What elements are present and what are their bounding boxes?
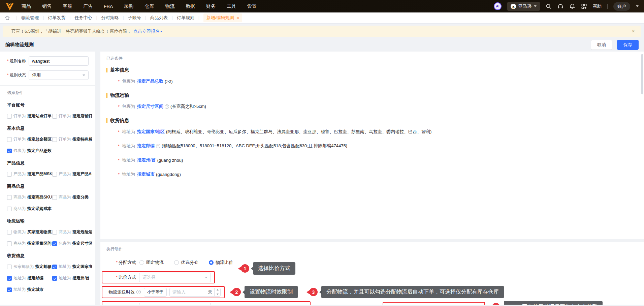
condition-checkbox-item[interactable]: 地址为指定城市 [7,287,52,293]
topnav-item[interactable]: 物流 [165,3,174,9]
condition-link[interactable]: 指定州/首 [137,157,156,163]
checkbox[interactable] [52,172,57,177]
cancel-button[interactable]: 取消 [591,40,612,50]
checkbox[interactable] [7,276,12,281]
rule-status-select[interactable]: 停用 [29,70,89,80]
topnav-item[interactable]: 工具 [227,3,236,9]
checkbox[interactable] [52,276,57,281]
condition-prefix: 包裹为 [122,78,135,84]
announcement-signup-link[interactable]: 点击立即报名~ [133,28,162,34]
ai-assistant-icon[interactable]: AI [494,2,502,10]
checkbox[interactable] [7,195,12,200]
account-chevron-down-icon[interactable] [636,5,639,7]
tab-close-icon[interactable] [236,16,239,20]
checkbox[interactable] [7,114,12,119]
apps-grid-icon[interactable] [581,3,587,9]
checkbox[interactable] [7,287,12,292]
checkbox[interactable] [7,149,12,153]
condition-checkbox-item[interactable]: 包裹为指定产品总数 [7,148,52,154]
help-link[interactable]: 帮助 [593,3,602,9]
auto-order-checkbox[interactable]: 自动物流下单 [216,304,255,305]
checkbox-label: 指定分类 [72,194,89,200]
condition-checkbox-item[interactable]: 商品为指定采购成本 [7,206,52,212]
checkbox[interactable] [52,195,57,200]
condition-checkbox-item[interactable]: 包裹为指定尺寸区间 [52,241,92,246]
condition-checkbox-item[interactable]: 订单为指定站点订单 [7,113,52,119]
checkbox[interactable] [52,265,57,269]
condition-checkbox-item[interactable]: 地址为指定邮编 [7,275,52,281]
home-icon[interactable] [5,15,10,21]
topnav-item[interactable]: 数据 [186,3,195,9]
topnav-item[interactable]: 商品 [22,3,31,9]
notifications-bell-icon[interactable] [569,3,575,9]
condition-link[interactable]: 指定产品总数 [137,78,163,84]
topnav-item[interactable]: 广告 [83,3,93,9]
radio-option[interactable]: 固定物流 [139,259,164,266]
checkbox[interactable] [52,241,57,246]
delivery-time-operator-select[interactable]: 小于等于 [144,288,167,297]
tab-item[interactable]: 商品列表 [150,15,168,21]
save-button[interactable]: 保存 [617,40,639,50]
search-icon[interactable] [546,3,552,9]
stepper-up-button[interactable] [215,288,220,292]
topnav-item[interactable]: 仓库 [144,3,154,9]
tab-item[interactable]: 任务中心 [74,15,92,21]
headset-support-icon[interactable] [557,3,564,9]
checkbox[interactable] [7,241,12,246]
topnav-item[interactable]: 客服 [63,3,72,9]
checkbox[interactable] [7,137,12,142]
topnav-item[interactable]: FBA [104,4,113,9]
condition-link[interactable]: 指定邮编 [137,143,155,149]
price-compare-select[interactable]: 请选择 [139,273,211,282]
checkbox[interactable] [7,265,12,269]
help-icon[interactable] [156,144,160,148]
condition-link[interactable]: 指定国家/地区 [137,129,165,135]
topnav-item[interactable]: 销售 [42,3,52,9]
condition-checkbox-item[interactable]: 商品为指定重量区间 [7,241,52,246]
assign-logistics-select[interactable]: 指定为 [139,303,211,305]
condition-checkbox-item[interactable]: 买家邮箱为指定邮箱 [7,264,52,270]
condition-checkbox-item[interactable]: 物流为买家指定物流 [7,229,52,235]
condition-checkbox-item[interactable]: 产品为指定产品MSKU [7,171,52,177]
checkbox[interactable] [52,230,57,235]
topnav-item[interactable]: 设置 [247,3,257,9]
condition-checkbox-item[interactable]: 订单为指定总金额区间 [7,136,52,142]
checkbox[interactable] [7,207,12,211]
tab-item[interactable]: 分时策略 [101,15,119,21]
radio-option[interactable]: 优选分仓 [174,259,198,266]
help-icon[interactable] [136,290,141,294]
temu-warehouse-binding-link[interactable]: Temu仓库绑定 [417,304,444,305]
account-menu[interactable]: 账户 [613,2,630,11]
tab-item[interactable]: 子账号 [128,15,141,21]
checkbox[interactable] [52,137,57,142]
stock-only-checkbox[interactable]: 仅分配有库存的仓库 [260,304,307,305]
checkbox[interactable] [52,114,57,119]
tab-item[interactable]: 订单规则 [177,15,194,21]
delivery-time-input[interactable]: 请输入 天 [169,288,221,297]
condition-checkbox-item[interactable]: 商品为指定商品SKU [7,194,52,200]
rule-name-input[interactable] [29,56,89,66]
condition-checkbox-item[interactable]: 订单为指定店铺订单 [52,113,92,119]
condition-link[interactable]: 指定城市 [137,171,155,177]
scrollbar[interactable] [641,54,643,94]
checkbox[interactable] [7,172,12,177]
checkbox[interactable] [7,230,12,235]
condition-checkbox-item[interactable]: 商品为指定危险运输品 [52,229,92,235]
help-icon[interactable] [165,104,169,109]
condition-checkbox-item[interactable]: 商品为指定分类 [52,194,92,200]
topnav-item[interactable]: 采购 [124,3,133,9]
marketplace-selector[interactable]: a 亚马逊 [507,2,540,11]
condition-link[interactable]: 指定尺寸区间 [137,103,163,110]
stepper-down-button[interactable] [215,292,220,296]
checkbox-prefix-label: 商品为 [13,206,26,212]
tab-active-edit-rule[interactable]: 新增/编辑规则 [203,13,242,22]
tab-item[interactable]: 订单发货 [48,15,65,21]
banner-close-icon[interactable] [632,29,635,34]
condition-checkbox-item[interactable]: 地址为指定国家/地区 [52,264,92,270]
topnav-item[interactable]: 财务 [206,3,216,9]
condition-checkbox-item[interactable]: 地址为指定州/首 [52,275,92,281]
tab-item[interactable]: 物流管理 [21,15,39,21]
condition-checkbox-item[interactable]: 订单为指定特殊标识 [52,136,92,142]
condition-checkbox-item[interactable]: 产品为指定产品ASIN [52,171,92,177]
radio-option[interactable]: 物流比价 [209,259,233,266]
